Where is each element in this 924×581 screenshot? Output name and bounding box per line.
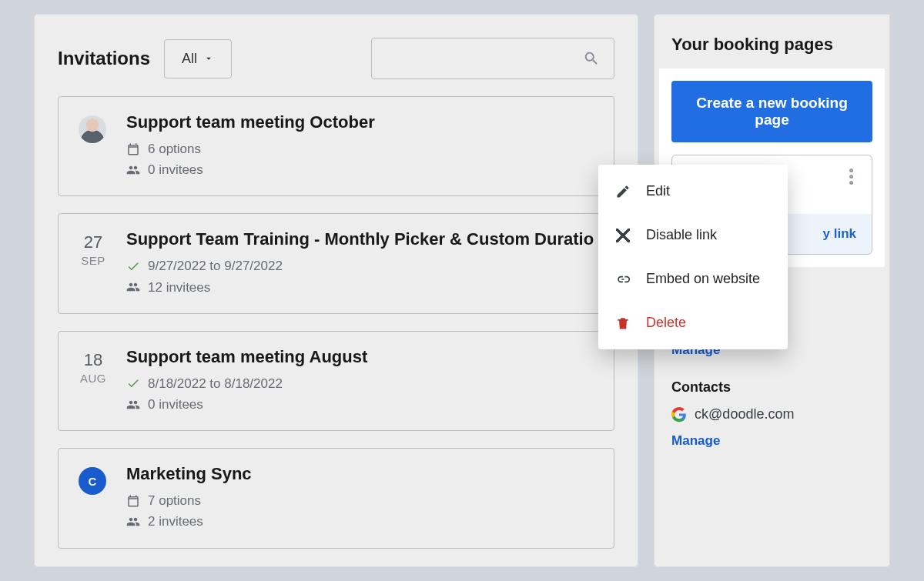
invitations-title: Invitations (58, 48, 150, 69)
create-booking-button[interactable]: Create a new booking page (671, 81, 872, 142)
date-day: 18 (79, 350, 108, 370)
search-input[interactable] (371, 38, 614, 79)
menu-item-delete[interactable]: Delete (598, 301, 788, 345)
people-icon (126, 515, 140, 529)
more-options-button[interactable] (841, 166, 861, 186)
chevron-down-icon (203, 53, 214, 64)
date-range-text: 9/27/2022 to 9/27/2022 (148, 255, 283, 276)
date-range-text: 8/18/2022 to 8/18/2022 (148, 373, 283, 394)
date-month: SEP (79, 254, 108, 267)
google-icon (671, 407, 687, 422)
check-icon (126, 259, 140, 273)
contacts-account-row: ck@doodle.com (671, 406, 872, 422)
invitations-panel: Invitations All Support team meeting Oct… (34, 14, 638, 567)
menu-label: Embed on website (646, 271, 760, 287)
filter-label: All (182, 51, 197, 67)
manage-contacts-link[interactable]: Manage (671, 433, 720, 449)
menu-item-edit[interactable]: Edit (598, 169, 788, 213)
people-icon (126, 280, 140, 294)
invitation-card[interactable]: 27 SEP Support Team Training - Monthly P… (58, 213, 614, 313)
booking-panel: Your booking pages Create a new booking … (654, 14, 890, 567)
avatar: C (79, 467, 106, 495)
invitation-card[interactable]: C Marketing Sync 7 options 2 invitees (58, 448, 614, 548)
menu-label: Delete (646, 315, 686, 331)
contacts-section-title: Contacts (671, 379, 872, 396)
avatar-letter: C (89, 475, 97, 488)
close-icon (615, 228, 631, 243)
options-text: 6 options (148, 139, 201, 159)
copy-link-button[interactable]: y link (823, 226, 856, 242)
check-icon (126, 376, 140, 390)
card-title: Support team meeting August (126, 347, 594, 367)
card-title: Support Team Training - Monthly Picker &… (126, 229, 594, 249)
menu-item-embed[interactable]: Embed on website (598, 257, 788, 301)
invitees-text: 12 invitees (148, 277, 210, 298)
avatar (79, 115, 106, 143)
pencil-icon (615, 184, 631, 199)
booking-actions-menu: Edit Disable link Embed on website Delet… (598, 165, 788, 349)
invitees-text: 0 invitees (148, 394, 203, 415)
filter-dropdown[interactable]: All (164, 39, 232, 78)
menu-item-disable[interactable]: Disable link (598, 213, 788, 257)
date-month: AUG (79, 372, 108, 385)
card-title: Support team meeting October (126, 112, 594, 132)
booking-pages-title: Your booking pages (671, 35, 872, 55)
menu-label: Edit (646, 183, 670, 199)
link-icon (615, 272, 631, 287)
people-icon (126, 398, 140, 412)
invitees-text: 0 invitees (148, 159, 203, 180)
invitees-text: 2 invitees (148, 511, 203, 532)
calendar-icon (126, 494, 140, 508)
calendar-icon (126, 142, 140, 156)
date-day: 27 (79, 232, 108, 252)
options-text: 7 options (148, 490, 201, 511)
contacts-email: ck@doodle.com (695, 406, 794, 422)
people-icon (126, 163, 140, 177)
trash-icon (615, 316, 631, 331)
invitation-card[interactable]: Support team meeting October 6 options 0… (58, 96, 614, 196)
card-title: Marketing Sync (126, 464, 594, 484)
search-icon (583, 50, 600, 67)
menu-label: Disable link (646, 227, 717, 243)
invitation-card[interactable]: 18 AUG Support team meeting August 8/18/… (58, 331, 614, 431)
